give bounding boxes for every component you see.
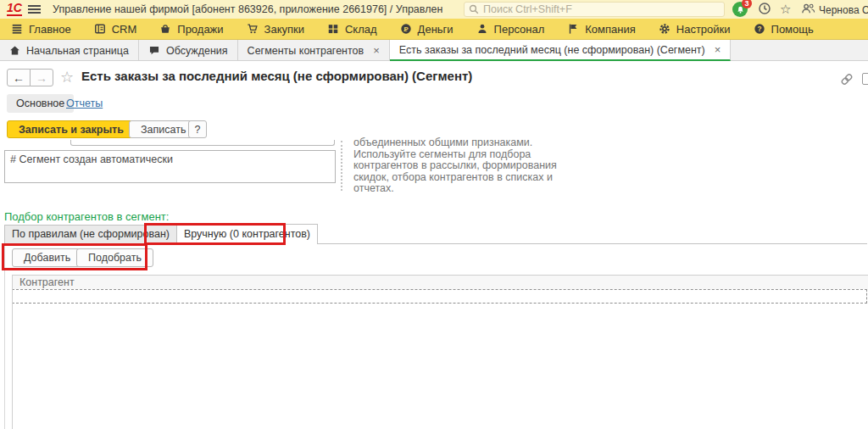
search-icon — [469, 4, 479, 14]
pick-button[interactable]: Подобрать — [76, 248, 153, 267]
app-title: Управление нашей фирмой [абонент 863926,… — [53, 3, 442, 15]
add-button[interactable]: Добавить — [12, 248, 82, 267]
1c-logo: 1С — [7, 2, 22, 16]
hint-line: контрагентов в рассылки, формирования — [353, 160, 595, 172]
1c-enterprise-window: 1С Управление нашей фирмой [абонент 8639… — [0, 0, 868, 429]
sales-icon — [159, 23, 171, 35]
menu-label: Главное — [29, 23, 71, 36]
svg-text:?: ? — [757, 25, 761, 33]
table-column-header-kontragent[interactable]: Контрагент — [12, 275, 868, 289]
menu-item-zakupki[interactable]: Закупки — [247, 23, 304, 36]
hint-line: отчетах. — [353, 183, 595, 195]
form-nav-reports[interactable]: Отчеты — [66, 98, 103, 109]
svg-text:P: P — [403, 25, 408, 33]
tab-label: Обсуждения — [166, 45, 228, 57]
menu-label: Деньги — [418, 23, 453, 36]
table-left-border — [12, 289, 13, 429]
tab-discussions[interactable]: Обсуждения — [139, 40, 238, 61]
help-button[interactable]: ? — [188, 120, 207, 138]
window-tabbar: Начальная страница Обсуждения Сегменты к… — [0, 40, 868, 61]
menu-item-crm[interactable]: CRM — [94, 23, 137, 36]
close-icon[interactable]: × — [373, 44, 380, 57]
tab-label: Сегменты контрагентов — [248, 45, 364, 57]
clock-icon — [758, 2, 771, 15]
link-icon — [840, 73, 854, 86]
menu-label: Продажи — [177, 23, 223, 36]
people-icon — [801, 2, 815, 15]
tab-by-rules[interactable]: По правилам (не сформирован) — [4, 225, 176, 244]
menu-label: Закупки — [264, 23, 304, 36]
section-menubar: Главное CRM Продажи Закупки Склад P День… — [0, 19, 868, 40]
menu-label: Компания — [585, 23, 636, 36]
close-icon[interactable]: × — [715, 43, 721, 56]
menu-item-nastroyki[interactable]: Настройки — [659, 23, 731, 36]
notification-badge: 3 — [742, 0, 752, 8]
collaboration-button[interactable] — [801, 2, 816, 17]
menu-item-pomosch[interactable]: ? Помощь — [754, 23, 814, 36]
user-name[interactable]: Чернова Ольга А — [819, 4, 868, 16]
segment-tabstrip: По правилам (не сформирован) Вручную (0 … — [4, 224, 867, 244]
save-and-close-button[interactable]: Записать и закрыть — [7, 120, 136, 138]
menu-item-dengi[interactable]: P Деньги — [400, 23, 453, 36]
form-nav-main[interactable]: Основное — [7, 94, 74, 113]
titlebar: 1С Управление нашей фирмой [абонент 8639… — [0, 0, 868, 19]
menu-item-sklad[interactable]: Склад — [327, 23, 377, 36]
sections-icon — [11, 23, 23, 35]
menu-label: Помощь — [771, 23, 814, 36]
table-empty-current-row[interactable] — [12, 289, 867, 304]
copy-icon[interactable] — [862, 73, 868, 85]
tab-home[interactable]: Начальная страница — [0, 40, 139, 61]
hint-line: Используйте сегменты для подбора — [353, 149, 595, 161]
notifications-button[interactable]: 3 — [732, 2, 748, 17]
tab-segment-form[interactable]: Есть заказы за последний месяц (не сформ… — [390, 40, 732, 61]
menu-item-glavnoe[interactable]: Главное — [11, 23, 71, 36]
favorite-star-icon[interactable]: ☆ — [60, 68, 74, 86]
tab-label: Начальная страница — [26, 45, 129, 57]
tab-segments-list[interactable]: Сегменты контрагентов × — [238, 40, 390, 61]
tab-manual[interactable]: Вручную (0 контрагентов) — [176, 224, 318, 244]
history-nav-group: ← → — [7, 69, 53, 86]
menu-label: Персонал — [494, 23, 545, 36]
splitter-handle[interactable] — [341, 141, 342, 191]
main-menu-icon[interactable] — [28, 5, 41, 14]
name-field-partial[interactable] — [70, 140, 335, 146]
help-icon: ? — [754, 23, 765, 35]
settings-icon — [659, 23, 670, 35]
back-button[interactable]: ← — [7, 69, 31, 86]
menu-label: CRM — [112, 23, 137, 36]
menu-label: Склад — [345, 23, 377, 36]
tab-panel-border — [4, 243, 5, 429]
money-icon: P — [400, 23, 412, 35]
menu-label: Настройки — [676, 23, 731, 36]
search-input[interactable] — [483, 3, 720, 15]
hint-line: объединенных общими признаками. — [353, 137, 595, 149]
forward-button[interactable]: → — [30, 69, 53, 86]
home-icon — [9, 45, 20, 56]
get-link-button[interactable] — [840, 73, 854, 86]
company-icon — [567, 23, 579, 35]
purchases-icon — [247, 23, 259, 35]
crm-icon — [94, 23, 106, 35]
menu-item-kompaniya[interactable]: Компания — [567, 23, 636, 36]
menu-item-prodazhi[interactable]: Продажи — [159, 23, 223, 36]
hint-line: скидок, отбора контрагентов в списках и — [353, 172, 595, 184]
page-title: Есть заказы за последний месяц (не сформ… — [81, 69, 472, 83]
chat-icon — [148, 45, 160, 56]
favorites-button[interactable]: ☆ — [780, 2, 795, 17]
warehouse-icon — [327, 23, 339, 35]
star-icon: ☆ — [780, 2, 791, 16]
tab-label: Есть заказы за последний месяц (не сформ… — [399, 44, 705, 56]
section-group-title[interactable]: Подбор контрагентов в сегмент: — [4, 210, 169, 223]
comment-field[interactable]: # Сегмент создан автоматически — [4, 150, 336, 183]
global-search[interactable] — [464, 2, 725, 17]
segment-hint-text: объединенных общими признаками. Использу… — [353, 137, 595, 195]
history-button[interactable] — [758, 2, 773, 17]
staff-icon — [476, 23, 488, 35]
menu-item-personal[interactable]: Персонал — [476, 23, 545, 36]
